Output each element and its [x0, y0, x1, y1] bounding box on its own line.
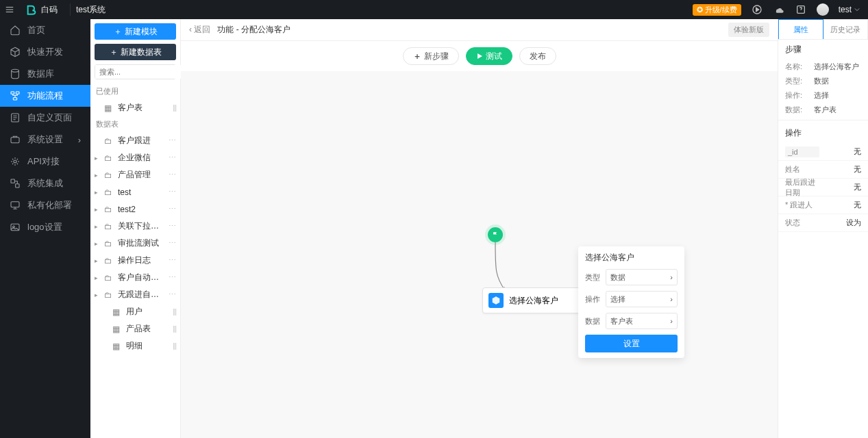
op-row[interactable]: 状态设为 [778, 214, 868, 232]
start-node[interactable] [488, 227, 503, 242]
publish-label: 发布 [530, 51, 546, 62]
nav-label: 系统设置 [27, 133, 63, 146]
menu-toggle-icon[interactable] [0, 5, 19, 14]
new-step-button[interactable]: ＋新步骤 [403, 47, 459, 65]
nav-item-logo[interactable]: logo设置 [0, 216, 90, 238]
nav-item-home[interactable]: 首页 [0, 19, 90, 41]
publish-button[interactable]: 发布 [519, 47, 556, 65]
tab-properties[interactable]: 属性 [778, 19, 823, 39]
caret-icon[interactable]: ▸ [95, 240, 100, 247]
nav-label: logo设置 [27, 221, 62, 233]
config-value-select[interactable]: 数据› [606, 269, 678, 285]
try-new-version-button[interactable]: 体验新版 [728, 23, 769, 37]
drag-handle-icon[interactable]: ||| [173, 104, 176, 112]
nav-item-deploy[interactable]: 私有化部署 [0, 194, 90, 216]
nav-item-cube[interactable]: 快速开发 [0, 41, 90, 63]
tab-history[interactable]: 历史记录 [823, 19, 869, 39]
op-key: _id [785, 146, 819, 157]
nav-item-api[interactable]: API对接 [0, 151, 90, 172]
upgrade-button[interactable]: ✪ 升级/续费 [693, 4, 741, 16]
more-icon[interactable]: ⋯ [169, 136, 176, 145]
user-menu[interactable]: test [839, 5, 860, 14]
table-item[interactable]: ▦产品表||| [90, 320, 180, 337]
brand-logo[interactable]: 白码 [19, 4, 64, 16]
inspector-divider [778, 120, 868, 120]
config-value-select[interactable]: 选择› [606, 291, 678, 307]
op-row[interactable]: * 跟进人无 [778, 196, 868, 214]
avatar[interactable] [817, 3, 829, 16]
caret-icon[interactable]: ▸ [95, 172, 100, 179]
more-icon[interactable]: ⋯ [169, 222, 176, 231]
table-folder-item[interactable]: ▸🗀企业微信⋯ [90, 149, 180, 166]
table-folder-item[interactable]: ▸🗀无跟进自动退回⋯ [90, 286, 180, 303]
back-button[interactable]: ‹ 返回 [189, 24, 210, 36]
nav-item-db[interactable]: 数据库 [0, 63, 90, 85]
config-value-select[interactable]: 客户表› [606, 313, 678, 329]
help-icon[interactable] [795, 3, 807, 16]
prop-value: 选择 [814, 90, 829, 101]
op-key: * 跟进人 [785, 200, 819, 210]
more-icon[interactable]: ⋯ [169, 205, 176, 214]
drag-handle-icon[interactable]: ||| [173, 308, 176, 315]
table-folder-item[interactable]: 🗀客户跟进⋯ [90, 132, 180, 149]
table-folder-item[interactable]: ▸🗀产品管理⋯ [90, 166, 180, 183]
caret-icon[interactable]: ▸ [95, 274, 100, 281]
new-table-button[interactable]: ＋新建数据表 [95, 44, 176, 60]
back-label: 返回 [194, 25, 210, 34]
caret-icon[interactable]: ▸ [95, 223, 100, 230]
logo-icon [10, 222, 21, 233]
user-name-label: test [839, 5, 852, 14]
svg-rect-10 [16, 184, 19, 188]
table-folder-item[interactable]: ▸🗀test2⋯ [90, 201, 180, 218]
more-icon[interactable]: ⋯ [169, 256, 176, 265]
test-label: 测试 [486, 51, 502, 62]
drag-handle-icon[interactable]: ||| [173, 342, 176, 350]
nav-item-settings[interactable]: 系统设置› [0, 129, 90, 151]
folder-icon: 🗀 [104, 290, 114, 300]
table-folder-item[interactable]: ▸🗀test⋯ [90, 183, 180, 201]
list-item-label: 明细 [126, 340, 169, 352]
more-icon[interactable]: ⋯ [169, 188, 176, 196]
list-item-label: 审批流测试 [118, 237, 164, 249]
drag-handle-icon[interactable]: ||| [173, 325, 176, 333]
table-item[interactable]: ▦明细||| [90, 337, 180, 355]
table-folder-item[interactable]: ▸🗀操作日志⋯ [90, 252, 180, 269]
folder-icon: 🗀 [104, 170, 114, 180]
table-folder-item[interactable]: ▸🗀关联下拉测试⋯ [90, 218, 180, 235]
caret-icon[interactable]: ▸ [95, 257, 100, 264]
op-key: 状态 [785, 218, 819, 228]
op-row[interactable]: _id无 [778, 143, 868, 161]
used-item[interactable]: ▦客户表||| [90, 99, 180, 116]
db-icon [10, 68, 21, 79]
more-icon[interactable]: ⋯ [169, 239, 176, 248]
svg-point-2 [12, 69, 19, 72]
settings-icon [10, 134, 21, 145]
svg-rect-7 [11, 138, 19, 143]
caret-icon[interactable]: ▸ [95, 206, 100, 213]
caret-icon[interactable]: ▸ [95, 155, 100, 162]
op-row[interactable]: 最后跟进日期无 [778, 179, 868, 196]
cloud-icon[interactable] [773, 3, 785, 16]
op-row[interactable]: 姓名无 [778, 161, 868, 179]
table-item[interactable]: ▦用户||| [90, 303, 180, 320]
nav-item-integ[interactable]: 系统集成 [0, 172, 90, 194]
step-node[interactable]: 选择公海客户 ⋮ [482, 287, 592, 313]
caret-icon[interactable]: ▸ [95, 189, 100, 196]
test-button[interactable]: 测试 [466, 47, 512, 65]
table-folder-item[interactable]: ▸🗀审批流测试⋯ [90, 235, 180, 252]
more-icon[interactable]: ⋯ [169, 290, 176, 299]
flow-canvas[interactable]: 选择公海客户 ⋮ 选择公海客户 类型数据›操作选择›数据客户表› 设置 [181, 71, 778, 438]
config-set-button[interactable]: 设置 [585, 335, 678, 352]
op-value: 设为 [846, 218, 861, 228]
more-icon[interactable]: ⋯ [169, 153, 176, 162]
preview-icon[interactable] [751, 3, 763, 16]
nav-item-flow[interactable]: 功能流程 [0, 85, 90, 107]
caret-icon[interactable]: ▸ [95, 292, 100, 298]
nav-item-page[interactable]: 自定义页面 [0, 107, 90, 129]
new-module-button[interactable]: ＋新建模块 [95, 23, 176, 40]
main-area: ‹ 返回 功能 - 分配公海客户 体验新版 ＋新步骤 测试 发布 选择公海客户 … [181, 19, 778, 438]
more-icon[interactable]: ⋯ [169, 170, 176, 179]
chevron-right-icon: › [670, 273, 673, 281]
table-folder-item[interactable]: ▸🗀客户自动分配⋯ [90, 269, 180, 286]
more-icon[interactable]: ⋯ [169, 273, 176, 282]
